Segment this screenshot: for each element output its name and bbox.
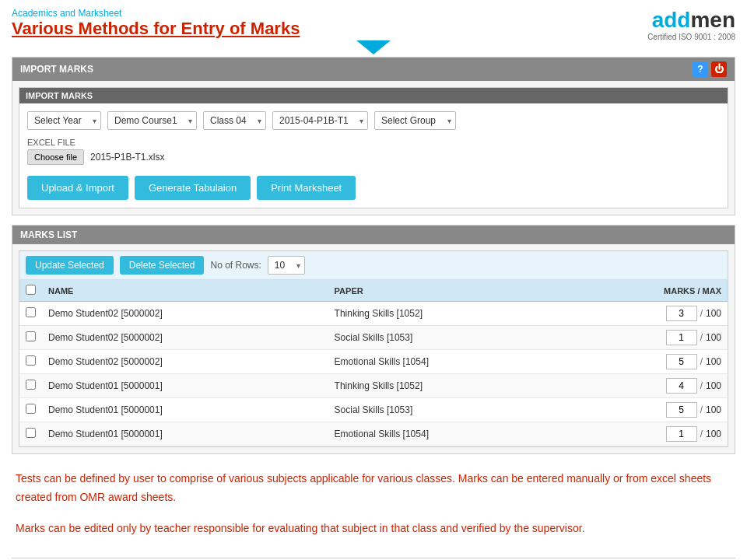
delete-selected-button[interactable]: Delete Selected	[120, 256, 205, 275]
action-buttons-row: Upload & Import Generate Tabulaion Print…	[27, 176, 720, 200]
marks-toolbar: Update Selected Delete Selected No of Ro…	[19, 251, 728, 280]
row-checkbox[interactable]	[26, 307, 36, 317]
marks-max: 100	[706, 404, 721, 415]
marks-slash: /	[700, 308, 703, 319]
marks-input[interactable]	[666, 402, 697, 418]
marks-input[interactable]	[666, 426, 697, 442]
row-checkbox[interactable]	[26, 404, 36, 414]
row-name: Demo Student02 [5000002]	[42, 350, 328, 374]
class-select[interactable]: Class 01 Class 02 Class 03 Class 04	[203, 111, 266, 130]
logo-area: addmen Certified ISO 9001 : 2008	[647, 8, 735, 41]
marks-list-inner: Update Selected Delete Selected No of Ro…	[19, 250, 728, 447]
import-marks-header: IMPORT MARKS ? ⏻	[12, 58, 735, 81]
row-checkbox-cell	[19, 374, 42, 398]
row-checkbox[interactable]	[26, 355, 36, 366]
header-subtitle: Academics and Marksheet	[12, 8, 300, 19]
row-checkbox[interactable]	[26, 428, 36, 438]
year-select[interactable]: Select Year 2015 2016	[27, 111, 101, 130]
rows-label: No of Rows:	[210, 260, 261, 271]
term-dropdown-wrapper: 2015-04-P1B-T1 2015-04-P1B-T2	[272, 111, 368, 130]
row-checkbox-cell	[19, 350, 42, 374]
row-checkbox-cell	[19, 422, 42, 446]
marks-max: 100	[706, 380, 721, 391]
table-row: Demo Student01 [5000001] Social Skills […	[19, 398, 728, 422]
row-name: Demo Student01 [5000001]	[42, 422, 328, 446]
logo: addmen	[647, 8, 735, 33]
row-marks-cell: / 100	[570, 422, 728, 446]
row-checkbox[interactable]	[26, 331, 36, 341]
row-marks-cell: / 100	[570, 374, 728, 398]
description-para1: Tests can be defined by user to comprise…	[16, 470, 731, 507]
page-header: Academics and Marksheet Various Methods …	[0, 0, 747, 45]
col-paper: PAPER	[328, 280, 570, 302]
marks-max: 100	[706, 332, 721, 343]
col-marks-max: MARKS / MAX	[570, 280, 728, 302]
row-checkbox[interactable]	[26, 380, 36, 390]
course-dropdown-wrapper: Demo Course1 Demo Course2	[107, 111, 197, 130]
rows-select[interactable]: 5 10 20 50	[268, 256, 305, 275]
row-marks-cell: / 100	[570, 398, 728, 422]
row-name: Demo Student01 [5000001]	[42, 398, 328, 422]
page-title: Various Methods for Entry of Marks	[12, 19, 300, 39]
table-row: Demo Student01 [5000001] Emotional Skill…	[19, 422, 728, 446]
col-checkbox	[19, 280, 42, 302]
power-icon[interactable]: ⏻	[711, 61, 727, 77]
arrow-decoration	[0, 40, 747, 57]
row-paper: Thinking Skills [1052]	[328, 302, 570, 326]
row-name: Demo Student01 [5000001]	[42, 374, 328, 398]
header-left: Academics and Marksheet Various Methods …	[12, 8, 300, 39]
dropdowns-row: Select Year 2015 2016 Demo Course1 Demo …	[27, 111, 720, 130]
row-checkbox-cell	[19, 326, 42, 350]
row-name: Demo Student02 [5000002]	[42, 302, 328, 326]
marks-slash: /	[700, 404, 703, 415]
marks-table: NAME PAPER MARKS / MAX Demo Student02 [5…	[19, 280, 728, 446]
marks-input[interactable]	[666, 330, 697, 345]
marks-slash: /	[700, 380, 703, 391]
row-marks-cell: / 100	[570, 326, 728, 350]
course-select[interactable]: Demo Course1 Demo Course2	[107, 111, 197, 130]
marks-list-header: MARKS LIST	[12, 226, 735, 244]
print-marksheet-button[interactable]: Print Marksheet	[257, 176, 356, 200]
marks-max: 100	[706, 308, 721, 319]
row-marks-cell: / 100	[570, 302, 728, 326]
help-icon[interactable]: ?	[693, 61, 708, 77]
logo-add: add	[652, 8, 691, 32]
marks-list-section: MARKS LIST Update Selected Delete Select…	[12, 225, 735, 454]
logo-men: men	[690, 8, 735, 32]
row-paper: Emotional Skills [1054]	[328, 422, 570, 446]
description-para2: Marks can be edited only by teacher resp…	[16, 520, 731, 538]
row-checkbox-cell	[19, 398, 42, 422]
rows-select-wrapper: 5 10 20 50	[268, 256, 305, 275]
marks-input[interactable]	[666, 306, 697, 321]
excel-label: EXCEL FILE	[27, 138, 720, 147]
row-paper: Thinking Skills [1052]	[328, 374, 570, 398]
row-paper: Social Skills [1053]	[328, 326, 570, 350]
group-select[interactable]: Select Group Group A Group B	[374, 111, 456, 130]
update-selected-button[interactable]: Update Selected	[26, 256, 114, 275]
marks-slash: /	[700, 332, 703, 343]
marks-max: 100	[706, 429, 721, 439]
row-marks-cell: / 100	[570, 350, 728, 374]
header-icon-group: ? ⏻	[693, 61, 727, 77]
marks-slash: /	[700, 429, 703, 439]
row-paper: Emotional Skills [1054]	[328, 350, 570, 374]
upload-import-button[interactable]: Upload & Import	[27, 176, 128, 200]
group-dropdown-wrapper: Select Group Group A Group B	[374, 111, 456, 130]
table-row: Demo Student02 [5000002] Thinking Skills…	[19, 302, 728, 326]
marks-input[interactable]	[666, 378, 697, 394]
marks-input[interactable]	[666, 354, 697, 369]
choose-file-button[interactable]: Choose file	[27, 149, 84, 165]
arrow-down-icon	[356, 40, 391, 54]
table-row: Demo Student01 [5000001] Thinking Skills…	[19, 374, 728, 398]
generate-tabulation-button[interactable]: Generate Tabulaion	[135, 176, 251, 200]
file-name-display: 2015-P1B-T1.xlsx	[90, 152, 164, 163]
select-all-checkbox[interactable]	[26, 285, 36, 295]
import-marks-inner-title: IMPORT MARKS	[19, 88, 728, 103]
table-row: Demo Student02 [5000002] Social Skills […	[19, 326, 728, 350]
term-select[interactable]: 2015-04-P1B-T1 2015-04-P1B-T2	[272, 111, 368, 130]
col-name: NAME	[42, 280, 328, 302]
row-paper: Social Skills [1053]	[328, 398, 570, 422]
marks-max: 100	[706, 356, 721, 367]
row-name: Demo Student02 [5000002]	[42, 326, 328, 350]
import-marks-inner: IMPORT MARKS Select Year 2015 2016 Demo …	[19, 87, 728, 208]
